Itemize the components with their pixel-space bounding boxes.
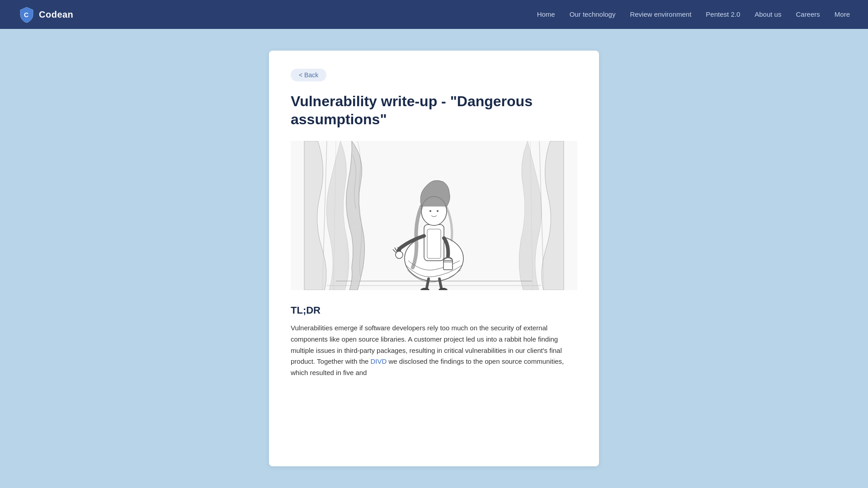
article-title: Vulnerability write-up - "Dangerous assu…: [291, 92, 577, 128]
article-image: [291, 141, 577, 290]
nav-item-home[interactable]: Home: [537, 10, 555, 19]
nav-link-more[interactable]: More: [835, 10, 850, 18]
nav-link-about-us[interactable]: About us: [755, 10, 781, 18]
page-background: < Back Vulnerability write-up - "Dangero…: [0, 29, 868, 488]
nav-item-our-technology[interactable]: Our technology: [570, 10, 616, 19]
nav-link-our-technology[interactable]: Our technology: [570, 10, 616, 18]
nav-link-review-environment[interactable]: Review environment: [630, 10, 691, 18]
nav-links: Home Our technology Review environment P…: [537, 10, 850, 19]
tldr-heading: TL;DR: [291, 305, 577, 316]
nav-item-about-us[interactable]: About us: [755, 10, 781, 19]
nav-link-careers[interactable]: Careers: [796, 10, 820, 18]
brand-logo-icon: C: [18, 6, 35, 23]
svg-rect-10: [427, 229, 441, 258]
article-illustration: [291, 141, 577, 290]
nav-item-more[interactable]: More: [835, 10, 850, 19]
nav-link-home[interactable]: Home: [537, 10, 555, 18]
navbar: C Codean Home Our technology Review envi…: [0, 0, 868, 29]
article-image-container: [291, 141, 577, 290]
brand-link[interactable]: C Codean: [18, 6, 73, 23]
back-button[interactable]: < Back: [291, 69, 326, 81]
svg-line-18: [401, 248, 401, 252]
svg-point-12: [429, 210, 431, 212]
nav-item-pentest[interactable]: Pentest 2.0: [706, 10, 740, 19]
article-card: < Back Vulnerability write-up - "Dangero…: [269, 51, 599, 466]
article-body-text: Vulnerabilities emerge if software devel…: [291, 323, 577, 379]
svg-point-14: [396, 251, 403, 258]
divd-link[interactable]: DIVD: [371, 357, 387, 365]
nav-item-review-environment[interactable]: Review environment: [630, 10, 691, 19]
brand-name: Codean: [39, 9, 73, 20]
nav-link-pentest[interactable]: Pentest 2.0: [706, 10, 740, 18]
svg-text:C: C: [24, 11, 28, 19]
svg-point-13: [437, 210, 439, 212]
nav-item-careers[interactable]: Careers: [796, 10, 820, 19]
